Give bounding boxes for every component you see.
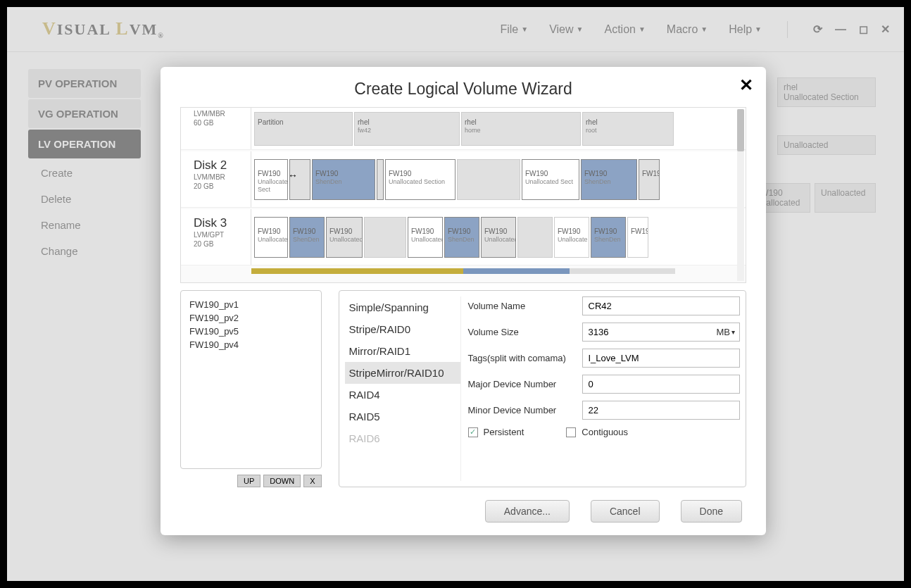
pv-item[interactable]: FW190_pv5	[189, 325, 313, 338]
pv-item[interactable]: FW190_pv4	[189, 338, 313, 351]
partition[interactable]: FW190ShenDen	[444, 217, 479, 258]
volume-size-input[interactable]	[583, 323, 712, 341]
pv-item[interactable]: FW190_pv1	[189, 298, 313, 311]
persistent-checkbox[interactable]: ✓Persistent	[468, 427, 524, 437]
partition[interactable]: FW190ShenDen	[581, 159, 637, 200]
lv-type-list: Simple/Spanning Stripe/RAID0 Mirror/RAID…	[345, 296, 461, 481]
scrollbar-thumb[interactable]	[737, 109, 744, 151]
partition[interactable]	[377, 159, 384, 200]
partition[interactable]: FW190Unallocated Sect	[254, 159, 288, 200]
modal-close-icon[interactable]: ✕	[739, 75, 753, 95]
volume-name-label: Volume Name	[468, 301, 574, 311]
partition[interactable]: FW190ShenDen	[289, 217, 325, 258]
partition[interactable]: FW190ShenDen	[312, 159, 375, 200]
volume-name-input[interactable]	[582, 296, 741, 315]
contiguous-checkbox[interactable]: Contiguous	[566, 427, 628, 437]
done-button[interactable]: Done	[681, 500, 742, 523]
minor-dev-label: Minor Device Number	[468, 405, 574, 415]
major-dev-label: Major Device Number	[468, 379, 574, 389]
disk-area[interactable]: LVM/MBR 60 GB Partition rhelfw42 rhelhom…	[180, 107, 746, 283]
partition[interactable]: FW190Unallocated	[254, 217, 288, 258]
pv-list[interactable]: FW190_pv1 FW190_pv2 FW190_pv5 FW190_pv4	[180, 290, 322, 469]
partition[interactable]: FW190Unallocated	[326, 217, 363, 258]
disk-row-1: LVM/MBR 60 GB Partition rhelfw42 rhelhom…	[181, 108, 746, 150]
advance-button[interactable]: Advance...	[485, 500, 570, 523]
disk-row-2: Disk 2 LVM/MBR 20 GB FW190Unallocated Se…	[181, 151, 746, 208]
modal-title: Create Logical Volume Wizard	[180, 80, 746, 99]
major-dev-input[interactable]	[582, 375, 741, 394]
lv-type-simple[interactable]: Simple/Spanning	[345, 296, 460, 318]
lv-type-mirror[interactable]: Mirror/RAID1	[345, 340, 460, 362]
tags-label: Tags(split with comama)	[468, 353, 574, 363]
pv-item[interactable]: FW190_pv2	[189, 311, 313, 325]
volume-size-label: Volume Size	[468, 327, 574, 337]
cancel-button[interactable]: Cancel	[591, 500, 660, 523]
lv-type-raid6: RAID6	[345, 427, 460, 449]
lv-type-raid10[interactable]: StripeMirror/RAID10	[345, 362, 460, 384]
pv-remove-button[interactable]: X	[303, 475, 321, 487]
partition[interactable]: FW190	[639, 159, 660, 200]
disk-row-3: Disk 3 LVM/GPT 20 GB FW190Unallocated FW…	[181, 209, 746, 265]
partition[interactable]: FW190Unallocated Section	[385, 159, 456, 200]
resize-cursor-icon[interactable]: ↔	[288, 170, 298, 181]
lv-type-stripe[interactable]: Stripe/RAID0	[345, 318, 460, 340]
tags-input[interactable]	[582, 349, 741, 368]
partition[interactable]: FW190ShenDen	[591, 217, 626, 258]
minor-dev-input[interactable]	[582, 401, 741, 420]
partition[interactable]: FW190Unallocated	[408, 217, 443, 258]
lv-type-raid4[interactable]: RAID4	[345, 384, 460, 406]
size-unit-select[interactable]: MB ▾	[712, 327, 740, 337]
pv-down-button[interactable]: DOWN	[263, 475, 301, 487]
pv-up-button[interactable]: UP	[237, 475, 260, 487]
create-lv-wizard: ✕ Create Logical Volume Wizard LVM/MBR 6…	[161, 67, 766, 535]
lv-type-raid5[interactable]: RAID5	[345, 406, 460, 427]
partition[interactable]: FW190Unallocated Sect	[522, 159, 579, 200]
partition[interactable]: FW190Unallocated	[481, 217, 516, 258]
